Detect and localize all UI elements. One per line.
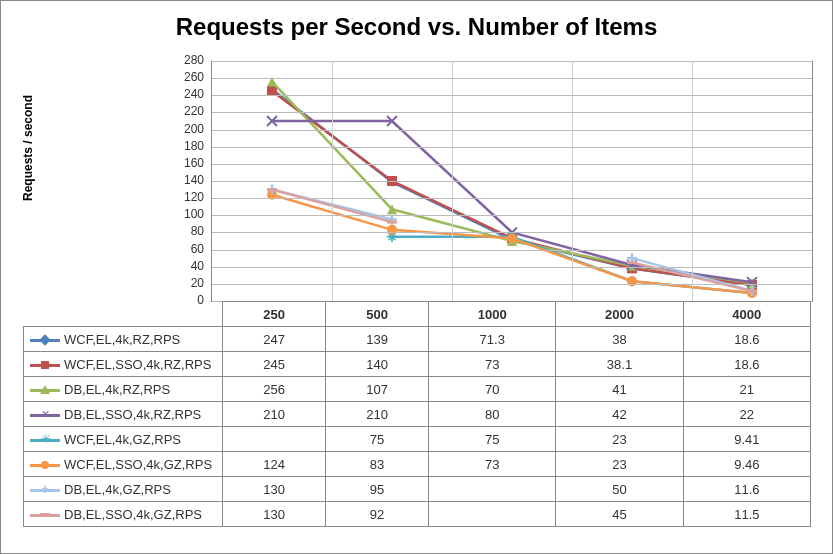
data-cell: 70 <box>429 377 556 402</box>
data-cell: 73 <box>429 352 556 377</box>
y-tick-label: 160 <box>164 156 204 170</box>
table-row: ✕DB,EL,SSO,4k,RZ,RPS210210804222 <box>24 402 811 427</box>
legend-marker <box>30 460 60 470</box>
data-cell: 140 <box>326 352 429 377</box>
table-row: WCF,EL,4k,RZ,RPS24713971.33818.6 <box>24 327 811 352</box>
y-tick-label: 260 <box>164 70 204 84</box>
data-cell: 210 <box>326 402 429 427</box>
data-cell: 210 <box>223 402 326 427</box>
data-cell: 80 <box>429 402 556 427</box>
chart-title: Requests per Second vs. Number of Items <box>1 13 832 41</box>
data-cell: 71.3 <box>429 327 556 352</box>
series-label-cell: ✕DB,EL,SSO,4k,RZ,RPS <box>24 402 223 427</box>
data-cell: 256 <box>223 377 326 402</box>
table-header-row: 250500100020004000 <box>24 302 811 327</box>
series-name: WCF,EL,SSO,4k,GZ,RPS <box>64 457 212 472</box>
table-row: DB,EL,4k,RZ,RPS256107704121 <box>24 377 811 402</box>
data-cell: 130 <box>223 477 326 502</box>
data-cell: 22 <box>683 402 810 427</box>
data-cell <box>429 502 556 527</box>
category-header: 4000 <box>683 302 810 327</box>
data-cell: 9.41 <box>683 427 810 452</box>
svg-point-43 <box>507 233 517 243</box>
category-header: 2000 <box>556 302 683 327</box>
series-label-cell: DB,EL,4k,RZ,RPS <box>24 377 223 402</box>
data-cell: 45 <box>556 502 683 527</box>
y-tick-label: 220 <box>164 104 204 118</box>
data-cell: 75 <box>326 427 429 452</box>
category-header: 1000 <box>429 302 556 327</box>
table-row: WCF,EL,SSO,4k,GZ,RPS1248373239.46 <box>24 452 811 477</box>
y-tick-label: 20 <box>164 276 204 290</box>
data-cell: 21 <box>683 377 810 402</box>
data-cell <box>429 477 556 502</box>
series-label-cell: DB,EL,SSO,4k,GZ,RPS <box>24 502 223 527</box>
y-tick-label: 200 <box>164 122 204 136</box>
data-cell: 139 <box>326 327 429 352</box>
series-name: WCF,EL,SSO,4k,RZ,RPS <box>64 357 211 372</box>
data-cell: 107 <box>326 377 429 402</box>
y-tick-label: 80 <box>164 224 204 238</box>
category-header: 250 <box>223 302 326 327</box>
series-label-cell: +DB,EL,4k,GZ,RPS <box>24 477 223 502</box>
y-tick-label: 60 <box>164 242 204 256</box>
data-cell: 124 <box>223 452 326 477</box>
series-name: DB,EL,SSO,4k,RZ,RPS <box>64 407 201 422</box>
data-cell: 41 <box>556 377 683 402</box>
data-cell: 38.1 <box>556 352 683 377</box>
data-cell: 245 <box>223 352 326 377</box>
series-name: WCF,EL,4k,RZ,RPS <box>64 332 180 347</box>
data-cell: 11.6 <box>683 477 810 502</box>
table-row: WCF,EL,SSO,4k,RZ,RPS2451407338.118.6 <box>24 352 811 377</box>
data-cell: 42 <box>556 402 683 427</box>
data-cell: 95 <box>326 477 429 502</box>
series-name: DB,EL,4k,RZ,RPS <box>64 382 170 397</box>
data-table: 250500100020004000WCF,EL,4k,RZ,RPS247139… <box>23 301 811 527</box>
data-cell: 247 <box>223 327 326 352</box>
legend-marker: + <box>30 485 60 495</box>
data-cell: 11.5 <box>683 502 810 527</box>
plot-area <box>211 61 813 302</box>
table-row: +DB,EL,4k,GZ,RPS130955011.6 <box>24 477 811 502</box>
series-label-cell: WCF,EL,4k,RZ,RPS <box>24 327 223 352</box>
table-row: DB,EL,SSO,4k,GZ,RPS130924511.5 <box>24 502 811 527</box>
y-tick-label: 240 <box>164 87 204 101</box>
data-cell: 38 <box>556 327 683 352</box>
data-cell: 92 <box>326 502 429 527</box>
data-cell <box>223 427 326 452</box>
table-row: ✳WCF,EL,4k,GZ,RPS7575239.41 <box>24 427 811 452</box>
y-tick-label: 280 <box>164 53 204 67</box>
series-name: DB,EL,4k,GZ,RPS <box>64 482 171 497</box>
data-cell: 23 <box>556 452 683 477</box>
series-name: DB,EL,SSO,4k,GZ,RPS <box>64 507 202 522</box>
data-cell: 9.46 <box>683 452 810 477</box>
data-cell: 23 <box>556 427 683 452</box>
series-label-cell: ✳WCF,EL,4k,GZ,RPS <box>24 427 223 452</box>
series-label-cell: WCF,EL,SSO,4k,RZ,RPS <box>24 352 223 377</box>
legend-marker <box>30 335 60 345</box>
legend-marker <box>30 385 60 395</box>
legend-marker: ✳ <box>30 435 60 445</box>
y-tick-label: 140 <box>164 173 204 187</box>
series-label-cell: WCF,EL,SSO,4k,GZ,RPS <box>24 452 223 477</box>
y-tick-label: 120 <box>164 190 204 204</box>
y-tick-label: 100 <box>164 207 204 221</box>
legend-marker: ✕ <box>30 410 60 420</box>
y-axis-label: Requests / second <box>21 95 35 201</box>
data-cell: 75 <box>429 427 556 452</box>
y-tick-label: 40 <box>164 259 204 273</box>
data-cell: 50 <box>556 477 683 502</box>
data-cell: 18.6 <box>683 352 810 377</box>
legend-marker <box>30 510 60 520</box>
data-cell: 18.6 <box>683 327 810 352</box>
data-cell: 83 <box>326 452 429 477</box>
data-cell: 73 <box>429 452 556 477</box>
chart-container: Requests per Second vs. Number of Items … <box>0 0 833 554</box>
y-tick-label: 0 <box>164 293 204 307</box>
series-name: WCF,EL,4k,GZ,RPS <box>64 432 181 447</box>
y-tick-label: 180 <box>164 139 204 153</box>
data-cell: 130 <box>223 502 326 527</box>
category-header: 500 <box>326 302 429 327</box>
legend-marker <box>30 360 60 370</box>
